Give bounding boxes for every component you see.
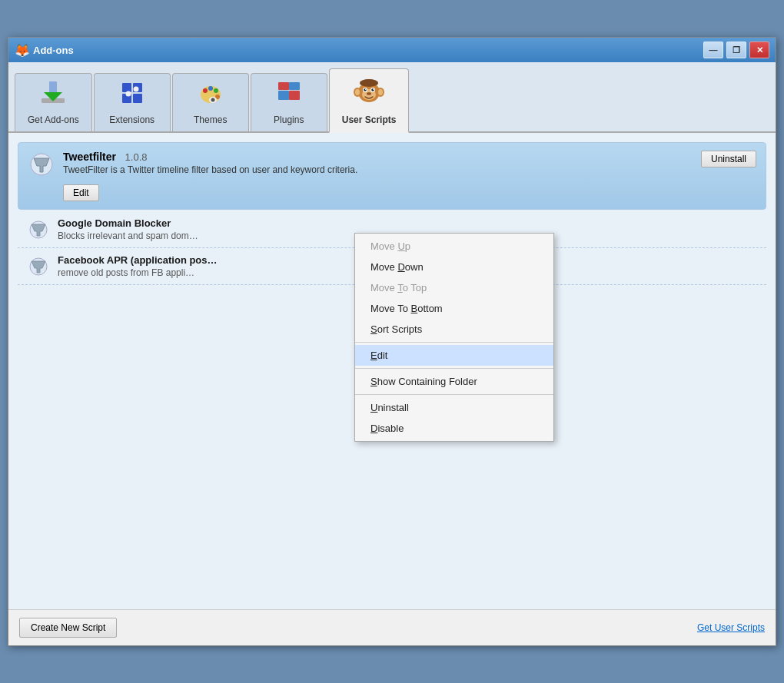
window-controls: — ❐ ✕: [703, 41, 769, 58]
ctx-sort-scripts[interactable]: Sort Scripts: [355, 319, 553, 340]
facebook-apr-icon: [27, 255, 50, 278]
ctx-disable[interactable]: Disable: [355, 418, 553, 439]
addon-window: 🦊 Add-ons — ❐ ✕ Get Add-ons: [8, 37, 776, 646]
ctx-move-to-top[interactable]: Move To Top: [355, 277, 553, 298]
svg-point-7: [125, 91, 131, 97]
svg-point-34: [370, 93, 371, 94]
svg-point-30: [365, 89, 366, 90]
tweetfilter-desc: TweetFilter is a Twitter timeline filter…: [63, 164, 693, 175]
tab-extensions[interactable]: Extensions: [94, 73, 171, 131]
svg-point-29: [371, 88, 374, 91]
tweetfilter-edit-button[interactable]: Edit: [63, 184, 99, 201]
minimize-button[interactable]: —: [703, 41, 723, 58]
tab-get-addons-label: Get Add-ons: [28, 114, 79, 125]
close-button[interactable]: ✕: [749, 41, 769, 58]
ctx-show-folder[interactable]: Show Containing Folder: [355, 371, 553, 392]
tab-plugins[interactable]: Plugins: [251, 73, 327, 131]
svg-point-33: [367, 93, 369, 94]
ctx-separator-1: [355, 342, 553, 343]
tweetfilter-uninstall-button[interactable]: Uninstall: [701, 151, 756, 167]
monkey-icon: [352, 74, 386, 111]
svg-rect-19: [289, 82, 300, 90]
tweetfilter-controls: Edit: [28, 184, 756, 201]
svg-point-11: [208, 86, 213, 91]
svg-point-15: [211, 98, 214, 102]
google-blocker-icon: [27, 218, 50, 241]
window-title: Add-ons: [33, 45, 703, 56]
svg-rect-16: [278, 91, 289, 100]
ctx-uninstall[interactable]: Uninstall: [355, 397, 553, 418]
tweetfilter-name: Tweetfilter 1.0.8: [63, 151, 693, 163]
ctx-move-down[interactable]: Move Down: [355, 257, 553, 277]
ctx-move-to-bottom[interactable]: Move To Bottom: [355, 298, 553, 319]
ctx-move-up[interactable]: Move Up: [355, 236, 553, 257]
svg-point-12: [214, 88, 218, 93]
svg-point-10: [203, 88, 208, 93]
facebook-apr-info: Facebook APR (application pos… remove ol…: [58, 254, 218, 278]
blocks-icon: [274, 78, 304, 111]
firefox-icon: 🦊: [15, 43, 28, 57]
content-area: Tweetfilter 1.0.8 TweetFilter is a Twitt…: [8, 133, 776, 609]
tab-themes[interactable]: Themes: [172, 73, 249, 131]
ctx-edit[interactable]: Edit: [355, 345, 553, 366]
tabs-bar: Get Add-ons Extensions: [8, 62, 776, 133]
restore-button[interactable]: ❐: [726, 41, 746, 58]
ctx-separator-2: [355, 368, 553, 369]
google-blocker-info: Google Domain Blocker Blocks irrelevant …: [58, 217, 198, 241]
ctx-separator-3: [355, 394, 553, 395]
tab-plugins-label: Plugins: [274, 114, 304, 125]
tab-extensions-label: Extensions: [109, 114, 154, 125]
tweetfilter-header: Tweetfilter 1.0.8 TweetFilter is a Twitt…: [28, 151, 756, 178]
tweetfilter-icon: [28, 151, 55, 178]
svg-point-28: [364, 88, 367, 91]
tab-user-scripts[interactable]: User Scripts: [329, 68, 410, 133]
footer: Create New Script Get User Scripts: [8, 609, 776, 645]
svg-rect-17: [289, 91, 300, 100]
tweetfilter-info: Tweetfilter 1.0.8 TweetFilter is a Twitt…: [63, 151, 693, 175]
svg-point-24: [378, 89, 383, 95]
palette-icon: [196, 78, 225, 111]
svg-rect-6: [133, 94, 142, 103]
create-new-script-button[interactable]: Create New Script: [19, 618, 117, 638]
get-user-scripts-link[interactable]: Get User Scripts: [697, 622, 765, 633]
svg-rect-1: [49, 81, 57, 94]
tab-user-scripts-label: User Scripts: [342, 114, 397, 125]
tab-get-addons[interactable]: Get Add-ons: [15, 73, 92, 131]
titlebar: 🦊 Add-ons — ❐ ✕: [8, 38, 776, 62]
svg-point-8: [133, 87, 138, 92]
svg-point-31: [373, 89, 374, 90]
download-icon: [38, 78, 68, 111]
svg-point-22: [355, 89, 360, 95]
puzzle-icon: [118, 78, 147, 111]
tweetfilter-item[interactable]: Tweetfilter 1.0.8 TweetFilter is a Twitt…: [18, 142, 766, 210]
tab-themes-label: Themes: [194, 114, 227, 125]
svg-rect-18: [278, 82, 289, 90]
context-menu: Move Up Move Down Move To Top Move To Bo…: [354, 233, 554, 442]
svg-rect-3: [122, 83, 131, 92]
